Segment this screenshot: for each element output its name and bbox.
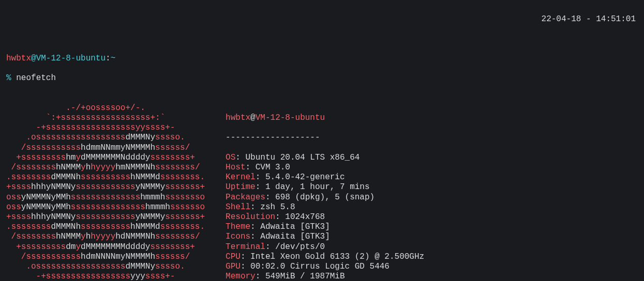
logo-line: +sssshhhyNMMNyssssssssssssyNMMMysssssss+ <box>6 182 205 192</box>
timestamp: 22-04-18 - 14:51:01 <box>542 14 636 24</box>
info-row-packages: Packages: 698 (dpkg), 5 (snap) <box>226 193 424 202</box>
info-block: hwbtx@VM-12-8-ubuntu -------------------… <box>226 103 424 281</box>
ascii-logo: .-/+oossssoo+/-. `:+ssssssssssssssssss+:… <box>6 103 205 281</box>
prompt-symbol: % <box>6 73 11 83</box>
prompt-line-2: % neofetch <box>6 73 638 83</box>
prompt-line-1: hwbtx@VM-12-8-ubuntu:~ <box>6 54 638 64</box>
info-header: hwbtx@VM-12-8-ubuntu <box>226 113 424 123</box>
prompt-path: ~ <box>111 54 116 64</box>
logo-line: .-/+oossssoo+/-. <box>6 103 205 113</box>
logo-line: /sssssssshNMMMyhhyyyyhmNMMMNhssssssss/ <box>6 163 205 173</box>
info-row-host: Host: CVM 3.0 <box>226 163 424 173</box>
prompt-user: hwbtx <box>6 54 31 64</box>
info-row-terminal: Terminal: /dev/pts/0 <box>226 242 424 252</box>
prompt-at: @ <box>31 54 36 64</box>
logo-line: -+sssssssssssssssssyyyssss+- <box>6 272 205 281</box>
info-row-memory: Memory: 549MiB / 1987MiB <box>226 272 424 281</box>
logo-line: /ssssssssssshdmNNNNmyNMMMMhssssss/ <box>6 252 205 262</box>
info-row-icons: Icons: Adwaita [GTK3] <box>226 232 424 242</box>
logo-line: ossyNMMMNyMMhsssssssssssssshmmmhssssssso <box>6 193 205 202</box>
info-row-uptime: Uptime: 1 day, 1 hour, 7 mins <box>226 182 424 192</box>
command-text[interactable]: neofetch <box>16 73 56 83</box>
info-row-resolution: Resolution: 1024x768 <box>226 212 424 222</box>
logo-line: +sssshhhyNMMNyssssssssssssyNMMMysssssss+ <box>6 212 205 222</box>
neofetch-output: .-/+oossssoo+/-. `:+ssssssssssssssssss+:… <box>6 103 638 281</box>
logo-line: .ossssssssssssssssssdMMMNysssso. <box>6 262 205 272</box>
logo-line: .ossssssssssssssssssdMMMNysssso. <box>6 133 205 143</box>
terminal-output: hwbtx@VM-12-8-ubuntu:~ % neofetch 22-04-… <box>6 44 638 281</box>
info-row-kernel: Kernel: 5.4.0-42-generic <box>226 173 424 182</box>
logo-line: ossyNMMMNyMMhssssssssssssssshmmmhsssssso <box>6 202 205 212</box>
logo-line: -+ssssssssssssssssssyyssss+- <box>6 123 205 133</box>
logo-line: +sssssssssdmydMMMMMMMMddddyssssssss+ <box>6 242 205 252</box>
info-row-gpu: GPU: 00:02.0 Cirrus Logic GD 5446 <box>226 262 424 272</box>
logo-line: `:+ssssssssssssssssss+:` <box>6 113 205 123</box>
logo-line: .ssssssssdMMMNhsssssssssshNMMMdssssssss. <box>6 222 205 232</box>
logo-line: .ssssssssdMMMNhsssssssssshNMMMdssssssss. <box>6 173 205 182</box>
logo-line: +ssssssssshmydMMMMMMMNddddyssssssss+ <box>6 153 205 163</box>
prompt-colon: : <box>106 54 111 64</box>
logo-line: /ssssssssssshdmmNNmmyNMMMMhssssss/ <box>6 143 205 153</box>
info-row-shell: Shell: zsh 5.8 <box>226 202 424 212</box>
prompt-host: VM-12-8-ubuntu <box>36 54 106 64</box>
info-row-theme: Theme: Adwaita [GTK3] <box>226 222 424 232</box>
info-row-os: OS: Ubuntu 20.04 LTS x86_64 <box>226 153 424 163</box>
logo-line: /sssssssshNMMMyhhyyyyhdNMMMNhssssssss/ <box>6 232 205 242</box>
info-row-cpu: CPU: Intel Xeon Gold 6133 (2) @ 2.500GHz <box>226 252 424 262</box>
info-separator: ------------------- <box>226 133 424 143</box>
